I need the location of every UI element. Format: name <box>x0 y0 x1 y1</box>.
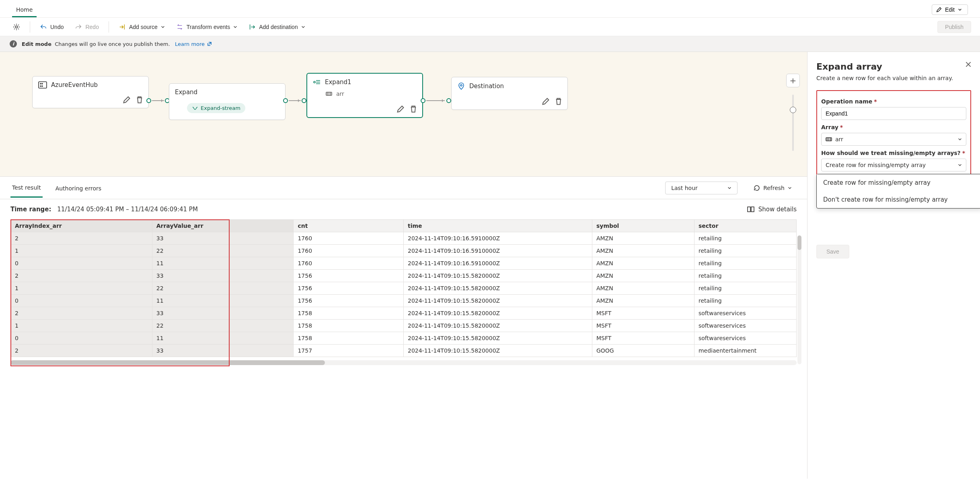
transform-events-button[interactable]: Transform events <box>172 21 241 33</box>
undo-button[interactable]: Undo <box>36 21 68 33</box>
table-row[interactable]: 23317582024-11-14T09:10:15.5820000ZMSFTs… <box>11 307 797 320</box>
cell: 1760 <box>294 245 404 257</box>
table-row[interactable]: 12217602024-11-14T09:10:16.5910000ZAMZNr… <box>11 245 797 257</box>
cell: softwareservices <box>694 320 796 332</box>
scroll-thumb[interactable] <box>10 360 325 365</box>
horizontal-scrollbar[interactable] <box>10 360 797 365</box>
node-title: AzureEventHub <box>51 81 98 89</box>
svg-point-4 <box>40 86 41 87</box>
array-select[interactable]: arr <box>821 133 966 146</box>
zoom-thumb[interactable] <box>790 107 796 113</box>
table-row[interactable]: 12217582024-11-14T09:10:15.5820000ZMSFTs… <box>11 320 797 332</box>
add-node-button[interactable]: + <box>786 74 800 87</box>
node-port[interactable] <box>146 98 151 103</box>
svg-point-2 <box>40 83 41 84</box>
cell: 33 <box>152 270 294 282</box>
node-destination[interactable]: Destination <box>451 77 568 110</box>
transform-label: Transform events <box>187 24 230 30</box>
refresh-button[interactable]: Refresh <box>749 182 797 194</box>
settings-button[interactable] <box>9 21 24 33</box>
node-port[interactable] <box>446 98 451 103</box>
missing-option-create[interactable]: Create row for missing/empty array <box>817 174 980 191</box>
table-row[interactable]: 23317572024-11-14T09:10:15.5820000ZGOOGm… <box>11 345 797 357</box>
info-banner: i Edit mode Changes will go live once yo… <box>0 36 980 52</box>
cell: 2024-11-14T09:10:15.5820000Z <box>403 307 592 320</box>
chevron-down-icon <box>161 25 165 29</box>
close-panel-button[interactable] <box>965 61 972 68</box>
cell: retailing <box>694 257 796 270</box>
cell: 11 <box>152 332 294 345</box>
tab-authoring-errors[interactable]: Authoring errors <box>54 179 103 197</box>
col-time[interactable]: time <box>403 220 592 232</box>
canvas-controls: + <box>786 74 800 151</box>
delete-node-button[interactable] <box>409 105 417 113</box>
svg-point-5 <box>42 86 43 87</box>
chevron-down-icon <box>233 25 237 29</box>
cell: retailing <box>694 232 796 245</box>
cell: 1758 <box>294 320 404 332</box>
add-source-button[interactable]: Add source <box>115 21 169 33</box>
node-port[interactable] <box>302 98 306 103</box>
edit-button[interactable]: Edit <box>932 4 968 15</box>
delete-node-button[interactable] <box>136 96 144 104</box>
cell: AMZN <box>592 245 694 257</box>
array-icon <box>826 136 832 142</box>
missing-value: Create row for missing/empty array <box>826 162 926 168</box>
cell: 22 <box>152 245 294 257</box>
add-source-label: Add source <box>129 24 158 30</box>
svg-rect-10 <box>751 207 754 212</box>
table-row[interactable]: 23317602024-11-14T09:10:16.5910000ZAMZNr… <box>11 232 797 245</box>
zoom-slider[interactable] <box>792 95 794 151</box>
time-range-value: Last hour <box>671 185 698 191</box>
missing-option-dont-create[interactable]: Don't create row for missing/empty array <box>817 191 980 208</box>
chevron-down-icon <box>958 137 962 141</box>
add-destination-button[interactable]: Add destination <box>244 21 309 33</box>
tab-home[interactable]: Home <box>12 2 37 17</box>
scroll-thumb[interactable] <box>797 235 801 250</box>
time-range-label: Time range: <box>10 206 51 213</box>
edit-node-button[interactable] <box>397 105 405 113</box>
svg-point-3 <box>42 83 43 84</box>
pipeline-canvas[interactable]: AzureEventHub Expand Expand-stream <box>0 52 807 177</box>
learn-more-link[interactable]: Learn more <box>175 41 212 47</box>
cell: 1758 <box>294 307 404 320</box>
node-port[interactable] <box>421 98 425 103</box>
col-arrayvalue[interactable]: ArrayValue_arr <box>152 220 294 232</box>
table-row[interactable]: 01117582024-11-14T09:10:15.5820000ZMSFTs… <box>11 332 797 345</box>
cell: softwareservices <box>694 307 796 320</box>
edit-node-button[interactable] <box>123 96 131 104</box>
export-icon <box>249 23 256 31</box>
col-symbol[interactable]: symbol <box>592 220 694 232</box>
show-details-button[interactable]: Show details <box>747 206 797 213</box>
cell: AMZN <box>592 270 694 282</box>
col-arrayindex[interactable]: ArrayIndex_arr <box>11 220 152 232</box>
col-sector[interactable]: sector <box>694 220 796 232</box>
missing-array-select[interactable]: Create row for missing/empty array <box>821 159 966 171</box>
col-cnt[interactable]: cnt <box>294 220 404 232</box>
edit-node-button[interactable] <box>542 97 550 105</box>
chevron-down-icon <box>958 163 962 167</box>
stream-icon <box>192 105 197 111</box>
cell: 33 <box>152 232 294 245</box>
node-expand[interactable]: Expand Expand-stream <box>169 83 286 120</box>
table-row[interactable]: 01117602024-11-14T09:10:16.5910000ZAMZNr… <box>11 257 797 270</box>
redo-icon <box>75 23 82 31</box>
table-row[interactable]: 23317562024-11-14T09:10:15.5820000ZAMZNr… <box>11 270 797 282</box>
stream-chip[interactable]: Expand-stream <box>187 103 245 113</box>
vertical-scrollbar[interactable] <box>797 235 801 364</box>
array-value: arr <box>835 136 843 142</box>
missing-label: How should we treat missing/empty arrays… <box>821 150 966 156</box>
chevron-down-icon <box>301 25 305 29</box>
svg-point-6 <box>314 81 315 83</box>
operation-name-input[interactable] <box>821 107 966 120</box>
delete-node-button[interactable] <box>555 97 563 105</box>
cell: 22 <box>152 320 294 332</box>
chevron-down-icon <box>958 8 962 12</box>
tab-test-result[interactable]: Test result <box>10 178 43 198</box>
node-azure-event-hub[interactable]: AzureEventHub <box>32 76 149 108</box>
node-port[interactable] <box>283 98 288 103</box>
node-expand1[interactable]: Expand1 arr <box>306 73 423 118</box>
table-row[interactable]: 01117562024-11-14T09:10:15.5820000ZAMZNr… <box>11 295 797 307</box>
time-range-select[interactable]: Last hour <box>665 182 738 194</box>
table-row[interactable]: 12217562024-11-14T09:10:15.5820000ZAMZNr… <box>11 282 797 295</box>
